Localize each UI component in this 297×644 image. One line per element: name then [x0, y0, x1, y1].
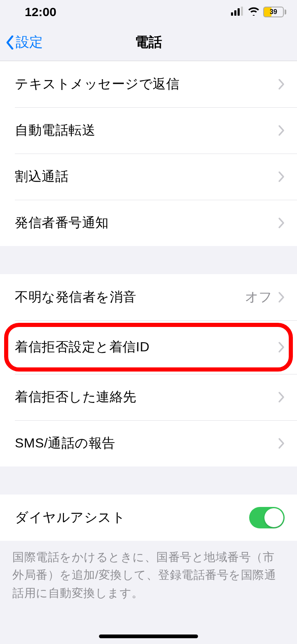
wifi-icon [248, 7, 260, 17]
row-call-forwarding[interactable]: 自動電話転送 [0, 107, 297, 154]
row-call-blocking-identification[interactable]: 着信拒否設定と着信ID [0, 320, 297, 374]
dial-assist-footer: 国際電話をかけるときに、国番号と地域番号（市外局番）を追加/変換して、登録電話番… [0, 541, 297, 618]
row-label: テキストメッセージで返信 [15, 75, 278, 93]
cellular-icon [231, 7, 244, 17]
group-gap [0, 466, 297, 495]
battery-level: 39 [270, 8, 277, 16]
row-dial-assist: ダイヤルアシスト [0, 495, 297, 541]
row-label: 割込通話 [15, 168, 278, 186]
chevron-right-icon [278, 78, 285, 90]
row-label: ダイヤルアシスト [15, 509, 249, 527]
row-label: 着信拒否した連絡先 [15, 388, 278, 406]
toggle-knob [264, 508, 283, 527]
chevron-right-icon [278, 217, 285, 229]
dial-assist-toggle[interactable] [249, 507, 285, 528]
settings-group-2: 不明な発信者を消音 オフ 着信拒否設定と着信ID 着信拒否した連絡先 SMS/通… [0, 274, 297, 466]
chevron-right-icon [278, 171, 285, 182]
home-indicator[interactable] [99, 635, 198, 638]
chevron-right-icon [278, 125, 285, 136]
row-label: 発信者番号通知 [15, 214, 278, 232]
row-label: 自動電話転送 [15, 121, 278, 140]
row-label: SMS/通話の報告 [15, 434, 278, 452]
row-sms-call-report[interactable]: SMS/通話の報告 [0, 420, 297, 466]
chevron-right-icon [278, 391, 285, 403]
chevron-right-icon [278, 341, 285, 353]
back-label: 設定 [16, 33, 43, 52]
chevron-right-icon [278, 438, 285, 449]
status-time: 12:00 [25, 5, 57, 19]
status-bar: 12:00 39 [0, 0, 297, 24]
chevron-left-icon [6, 36, 14, 50]
battery-icon: 39 [263, 7, 286, 17]
chevron-right-icon [278, 291, 285, 303]
svg-rect-0 [231, 12, 233, 16]
row-caller-id[interactable]: 発信者番号通知 [0, 200, 297, 246]
settings-group-3: ダイヤルアシスト [0, 495, 297, 541]
group-gap [0, 246, 297, 274]
row-silence-unknown-callers[interactable]: 不明な発信者を消音 オフ [0, 274, 297, 320]
status-right: 39 [231, 7, 286, 17]
svg-rect-2 [238, 8, 240, 16]
row-label: 着信拒否設定と着信ID [15, 338, 278, 356]
svg-rect-3 [241, 7, 243, 16]
row-call-waiting[interactable]: 割込通話 [0, 154, 297, 200]
row-label: 不明な発信者を消音 [15, 288, 245, 306]
page-title: 電話 [0, 33, 297, 52]
row-blocked-contacts[interactable]: 着信拒否した連絡先 [0, 374, 297, 420]
row-value: オフ [245, 288, 272, 306]
screen: 12:00 39 設定 電話 テキストメッセージで返信 自動電話 [0, 0, 297, 644]
row-reply-with-text[interactable]: テキストメッセージで返信 [0, 61, 297, 107]
svg-rect-1 [234, 10, 236, 16]
nav-header: 設定 電話 [0, 24, 297, 61]
settings-group-1: テキストメッセージで返信 自動電話転送 割込通話 発信者番号通知 [0, 61, 297, 246]
back-button[interactable]: 設定 [0, 33, 43, 52]
